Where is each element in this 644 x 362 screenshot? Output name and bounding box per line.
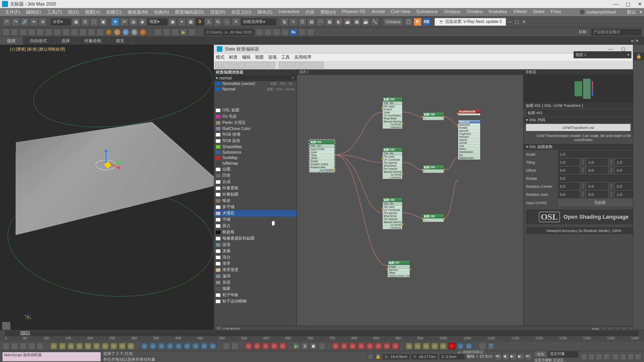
nav-zoom[interactable] (581, 353, 587, 360)
browser-item[interactable]: TextMap (214, 155, 297, 161)
slate-menu-材质[interactable]: 材质 (229, 54, 237, 60)
play-anim[interactable]: ▶ (510, 353, 517, 360)
param-value[interactable]: 0.0 (558, 167, 579, 173)
bb-f-8[interactable] (392, 343, 399, 350)
bb-f-7[interactable] (383, 343, 390, 350)
browser-item[interactable]: 烟雾 (214, 286, 297, 292)
select-name-button[interactable]: ☰ (81, 18, 89, 26)
browser-item[interactable]: ShapeMap (214, 144, 297, 150)
autokey-button[interactable]: 自动 (534, 351, 546, 357)
node-small-3[interactable]: 贴图 #36... (423, 214, 444, 221)
bb-light-6[interactable] (93, 343, 100, 350)
nav-zoomall[interactable] (588, 353, 595, 360)
snap-3d-button[interactable]: 3 (196, 18, 204, 26)
spinner[interactable] (581, 183, 585, 190)
slate-tool-6[interactable] (253, 62, 260, 68)
node-material[interactable]: Material basecolormetallicspecularroughn… (458, 120, 480, 160)
node-image[interactable]: 贴图 #37Image GammaOffsetmissing_texture_c… (387, 260, 410, 278)
menu-Substance[interactable]: Substance (413, 9, 441, 15)
browser-item[interactable]: 粒子运动模糊 (214, 298, 297, 304)
rc-button[interactable]: Rc (290, 29, 297, 36)
bb-cam-1[interactable] (141, 343, 148, 350)
menu-渲染(R)[interactable]: 渲染(R) (207, 9, 228, 15)
time-slider[interactable]: 0 / 100 (5, 331, 639, 336)
slate-menu-工具[interactable]: 工具 (281, 54, 290, 60)
menu-脚本(S)[interactable]: 脚本(S) (254, 9, 275, 15)
spinner[interactable] (610, 159, 613, 165)
t2-22[interactable] (172, 29, 179, 36)
spinner[interactable] (610, 167, 613, 173)
browser-item[interactable]: RailClone Color (214, 126, 297, 131)
t2-21[interactable] (163, 29, 170, 36)
bb-cam-6[interactable] (184, 343, 191, 350)
menu-创建(C)[interactable]: 创建(C) (103, 9, 125, 15)
menu-Arnold[interactable]: Arnold (369, 9, 388, 15)
bb-fx-3[interactable] (262, 343, 269, 350)
param-value[interactable]: 1.0 (587, 159, 608, 165)
next-frame[interactable]: ▶ (518, 353, 524, 360)
node-output-1[interactable]: Red/White/B (458, 110, 480, 116)
bb-mid-2[interactable] (231, 343, 238, 350)
node-graph[interactable]: 视图 1 贴图 #31 OSL: UV... Input (U (297, 69, 523, 332)
param-value[interactable]: 0.0 (587, 167, 608, 173)
ribbon-tab-2[interactable]: 选择 (54, 37, 77, 45)
menu-帮助(H)[interactable]: 帮助(H) (317, 9, 339, 15)
spinner[interactable] (610, 183, 613, 190)
t2-24[interactable] (189, 29, 196, 36)
menu-Civil View[interactable]: Civil View (388, 9, 413, 15)
browser-item[interactable]: 斑点 (214, 223, 297, 229)
select-window-button[interactable]: ▣ (99, 18, 107, 26)
slate-tool-11[interactable] (294, 62, 301, 68)
viewport-label[interactable]: [+] [透视] [标准] [默认明暗处理] (10, 47, 65, 52)
rb-button[interactable]: RB (423, 18, 431, 26)
time-handle[interactable]: 0 / 100 (20, 331, 30, 335)
t2-20[interactable] (154, 29, 162, 36)
sphere-5[interactable] (139, 29, 146, 36)
bb-p-4[interactable] (431, 343, 438, 350)
node-uvw-transform[interactable]: 贴图 #31 OSL: UV... Input (UVW) Scale Tili… (309, 140, 335, 172)
move-button[interactable]: ✥ (111, 18, 119, 26)
menu-工具(T)[interactable]: 工具(T) (44, 9, 65, 15)
browser-item[interactable]: 噪波 (214, 198, 297, 204)
misc-button-1[interactable]: ◯ (405, 18, 413, 26)
nav-zoomext[interactable] (596, 353, 602, 360)
t2-7[interactable] (54, 29, 61, 36)
timetag[interactable]: 🏷 添加时间标记 (458, 350, 484, 354)
place-button[interactable]: ◉ (138, 18, 146, 26)
user-icon[interactable] (580, 10, 585, 15)
goto-start[interactable]: ⏮ (495, 353, 502, 360)
param-value[interactable]: 0.0 (558, 175, 636, 182)
slate-menu-视图[interactable]: 视图 (255, 54, 264, 60)
bb-1[interactable] (3, 343, 10, 350)
t2-1[interactable] (3, 29, 10, 36)
t2-3[interactable] (20, 29, 27, 36)
browser-item[interactable]: 渐变坡度 (214, 267, 297, 273)
phoenix-button[interactable]: R (414, 18, 422, 26)
bb-fx-1[interactable] (245, 343, 252, 350)
prev-frame[interactable]: ◀ (503, 353, 509, 360)
node-bitmap-3[interactable]: 贴图 #35OSL: Bit... File nameUV Coordinate… (382, 198, 403, 230)
goto-end[interactable]: ⏭ (525, 353, 532, 360)
bb-light-7[interactable] (102, 343, 109, 350)
selection-filter[interactable]: 全部 ▾ (51, 18, 71, 25)
browser-search[interactable]: ▾ normal✕ (214, 75, 297, 81)
browser-normal-item[interactable]: Normal 贴图 - OSL - Scene (214, 86, 297, 92)
sphere-2[interactable] (114, 29, 121, 36)
menu-自定义(U)[interactable]: 自定义(U) (228, 9, 254, 15)
menu-视图(V)[interactable]: 视图(V) (82, 9, 103, 15)
bb-light-5[interactable] (85, 343, 92, 350)
octopus-button[interactable]: Octopus (383, 18, 404, 26)
coord-y[interactable]: Y: -18.177cm (411, 354, 437, 359)
vray-toolbar-icon[interactable]: 🔧 (371, 18, 379, 26)
t2-30[interactable] (256, 29, 263, 36)
ribbon-toggle[interactable]: ▸□▾ (626, 38, 644, 43)
mirror-button[interactable]: ⧎ (280, 18, 288, 26)
node-small-1[interactable]: 贴图 #30... (423, 112, 444, 120)
slate-menu-编辑[interactable]: 编辑 (242, 54, 251, 60)
keyfilter-row[interactable]: 设置关键帧 过滤器... (534, 358, 567, 362)
browser-item[interactable]: tyBitmap (214, 161, 297, 166)
ribbon-tab-3[interactable]: 对象绘制 (77, 37, 109, 45)
browser-item[interactable]: 漩涡 (214, 273, 297, 279)
map-name-input[interactable]: 贴图 #31 (526, 110, 641, 116)
bb-p-5[interactable] (440, 343, 447, 350)
